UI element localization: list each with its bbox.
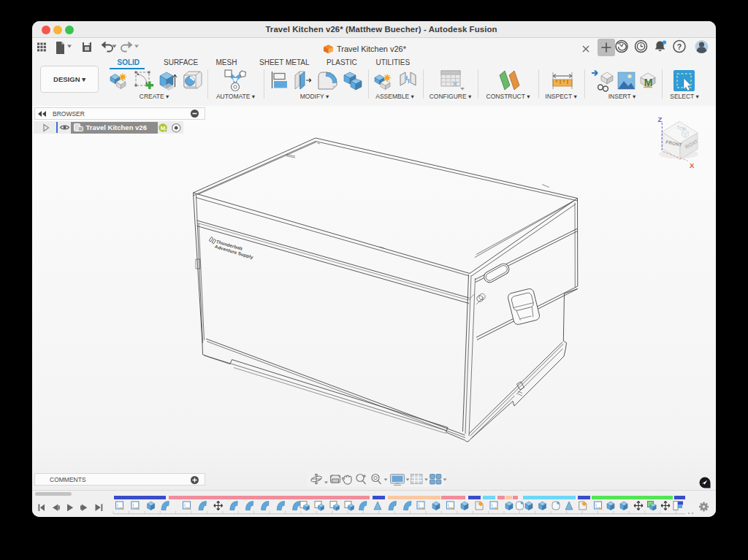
svg-text:X: X [690, 161, 695, 169]
svg-text:?: ? [677, 42, 682, 51]
svg-text:Z: Z [658, 115, 663, 123]
svg-text:M: M [644, 77, 653, 88]
